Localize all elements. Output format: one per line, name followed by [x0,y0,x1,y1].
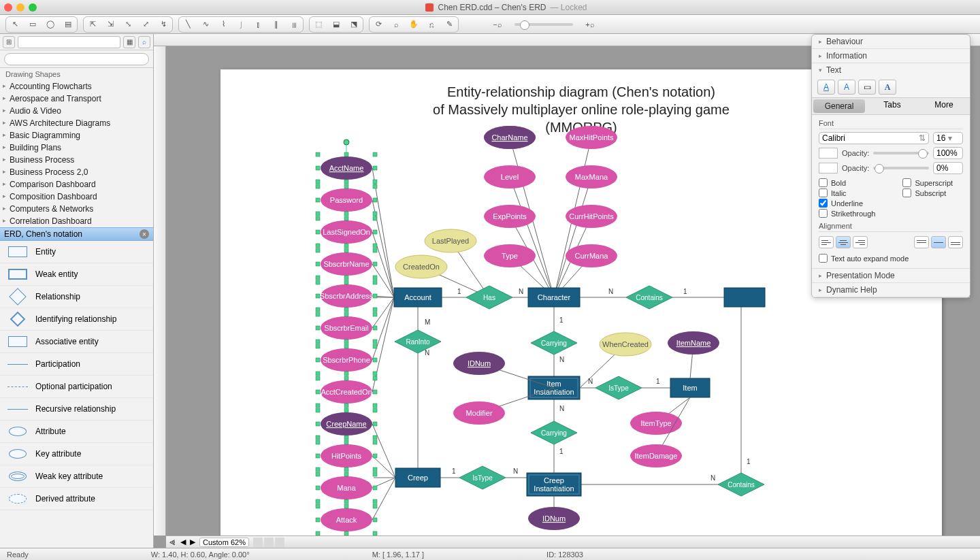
valign-top[interactable] [914,236,929,248]
text-highlight-icon[interactable]: A [838,80,855,95]
stencil-item[interactable]: Weak entity [0,263,153,286]
stencil-item[interactable]: Optional participation [0,376,153,398]
erd-attribute[interactable]: MaxMana [566,165,617,188]
active-library-tab[interactable]: ERD, Chen's notation × [0,227,153,241]
erd-attribute[interactable]: SbscrbrEmail [321,316,372,340]
information-section[interactable]: ▸Information [812,49,970,63]
opacity-slider-1[interactable] [873,152,929,154]
erd-entity[interactable]: Item [670,378,710,397]
erd-attribute[interactable]: HitPoints [321,444,372,467]
erd-attribute[interactable]: AcctName [321,157,372,180]
align-center[interactable] [836,236,851,248]
group-tool-2[interactable]: ⬓ [329,18,344,31]
stencil-item[interactable]: Key attribute [0,443,153,465]
italic-checkbox[interactable]: Italic [819,188,875,197]
category-item[interactable]: Basic Diagramming [0,129,153,142]
minimize-button[interactable] [16,3,24,12]
category-item[interactable]: AWS Architecture Diagrams [0,117,153,129]
auto-expand-checkbox[interactable]: Text auto expand mode [819,254,963,263]
line-tool-6[interactable]: ‖ [269,18,284,31]
tab-tabs[interactable]: Tabs [866,98,918,114]
erd-attribute[interactable]: Modifier [453,401,505,425]
eyedropper-tool[interactable]: ✎ [442,18,457,31]
erd-attribute[interactable]: Password [321,188,372,212]
line-tool-1[interactable]: ╲ [180,18,195,31]
valign-bottom[interactable] [948,236,963,248]
ellipse-tool[interactable]: ◯ [43,18,58,31]
bg-color-button[interactable] [819,163,838,174]
erd-relationship[interactable]: IsType [459,466,506,489]
hand-tool[interactable]: ✋ [406,18,421,31]
line-tool-3[interactable]: ⌇ [216,18,231,31]
category-item[interactable]: Business Process [0,154,153,166]
erd-relationship[interactable]: RanInto [395,330,441,353]
stencil-item[interactable]: Entity [0,241,153,263]
erd-attribute[interactable]: Level [484,165,536,188]
connector-tool-3[interactable]: ⤡ [120,18,135,31]
erd-entity[interactable]: CreepInstantiation [527,473,581,496]
group-tool-3[interactable]: ⬔ [346,18,361,31]
erd-attribute[interactable]: LastPlayed [425,229,476,252]
horizontal-scrollbar[interactable]: ⫷◀▶ Custom 62% [166,536,980,548]
erd-attribute[interactable]: CharName [484,126,536,149]
erd-attribute[interactable]: CurrMana [566,244,617,267]
erd-relationship[interactable]: Contains [626,286,672,309]
underline-checkbox[interactable]: Underline [819,199,875,208]
align-left[interactable] [819,236,834,248]
opacity-slider-2[interactable] [873,167,929,169]
stencil-item[interactable]: Identifying relationship [0,308,153,331]
erd-attribute[interactable]: SbscrbrAddress [320,284,374,308]
erd-attribute[interactable]: IDNum [453,352,505,375]
erd-attribute[interactable]: MaxHitPoints [566,126,617,149]
erd-attribute[interactable]: SbscrbrName [321,252,372,276]
erd-entity[interactable] [724,288,765,307]
stencil-item[interactable]: Recursive relationship [0,398,153,421]
text-color-button[interactable] [819,148,838,159]
close-library-icon[interactable]: × [140,229,149,239]
font-select[interactable]: Calibri ⇅ [819,132,929,144]
zoom-tool[interactable]: ⌕ [389,18,404,31]
zoom-slider[interactable] [514,23,573,26]
stencil-item[interactable]: Derived attribute [0,488,153,510]
erd-attribute[interactable]: ItemType [630,412,682,435]
erd-relationship[interactable]: Carrying [531,421,577,444]
opacity-value-2[interactable]: 0% [933,162,963,174]
connector-tool-4[interactable]: ⤢ [138,18,153,31]
erd-entity[interactable]: Account [394,288,442,307]
category-item[interactable]: Correlation Dashboard [0,215,153,227]
tab-general[interactable]: General [813,99,865,113]
category-item[interactable]: Audio & Video [0,105,153,117]
line-tool-2[interactable]: ∿ [198,18,213,31]
dynamic-help-section[interactable]: ▸Dynamic Help [812,283,970,297]
zoom-in-button[interactable]: +⌕ [583,18,598,31]
erd-attribute[interactable]: CreatedOn [395,255,447,278]
superscript-checkbox[interactable]: Superscript [902,178,953,187]
erd-attribute[interactable]: AcctCreatedOn [321,380,372,403]
erd-entity[interactable]: Creep [395,468,440,487]
tab-more[interactable]: More [918,98,970,114]
category-item[interactable]: Computers & Networks [0,203,153,215]
stencil-item[interactable]: Weak key attribute [0,465,153,488]
erd-attribute[interactable]: CreepName [321,412,372,435]
strike-checkbox[interactable]: Strikethrough [819,209,875,218]
line-tool-7[interactable]: ⫼ [287,18,301,31]
align-right[interactable] [853,236,868,248]
category-item[interactable]: Building Plans [0,142,153,154]
opacity-value-1[interactable]: 100% [933,147,963,159]
connector-tool-1[interactable]: ⇱ [85,18,100,31]
line-tool-5[interactable]: ⫿ [251,18,266,31]
library-view-toggle[interactable]: ⊞ [3,36,15,48]
connector-tool-5[interactable]: ↯ [156,18,171,31]
erd-relationship[interactable]: Has [466,286,512,309]
erd-relationship[interactable]: Contains [718,473,764,496]
library-search-input[interactable] [18,36,120,48]
zoom-select[interactable]: Custom 62% [199,538,249,547]
erd-attribute[interactable]: LastSignedOn [321,220,372,244]
close-button[interactable] [4,3,12,12]
text-tool[interactable]: ▤ [61,18,76,31]
erd-attribute[interactable]: ItemName [668,331,719,355]
erd-relationship[interactable]: Carrying [531,331,577,355]
category-item[interactable]: Composition Dashboard [0,191,153,203]
refresh-tool[interactable]: ⟳ [371,18,386,31]
erd-attribute[interactable]: Attack [321,508,372,531]
